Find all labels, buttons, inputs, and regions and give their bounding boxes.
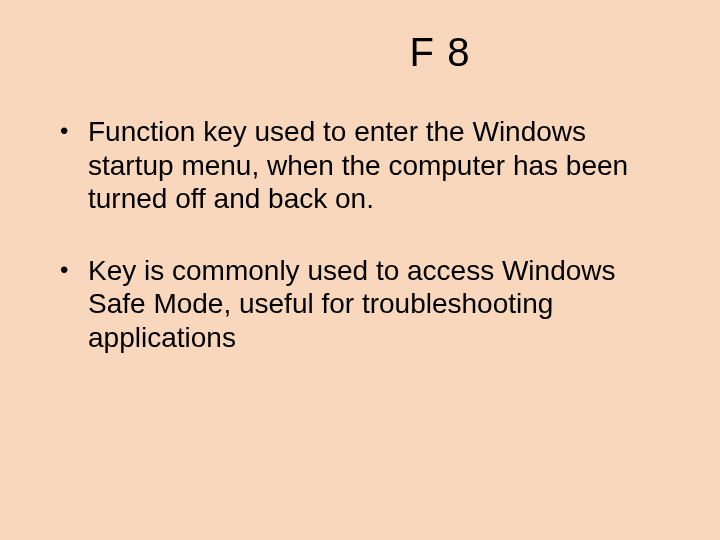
slide: F 8 Function key used to enter the Windo… (0, 0, 720, 540)
list-item: Key is commonly used to access Windows S… (60, 254, 660, 355)
bullet-list: Function key used to enter the Windows s… (60, 115, 660, 355)
slide-title: F 8 (220, 30, 660, 75)
list-item: Function key used to enter the Windows s… (60, 115, 660, 216)
